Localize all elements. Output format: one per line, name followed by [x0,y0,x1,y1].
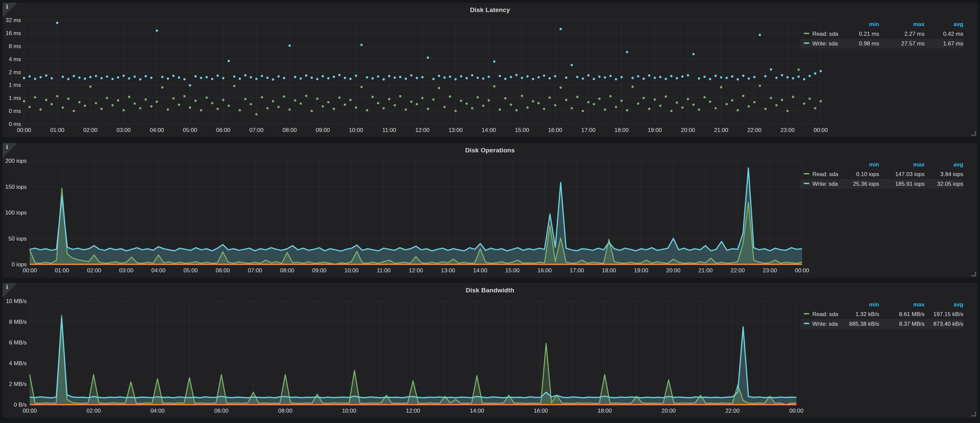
svg-text:50 iops: 50 iops [8,236,27,242]
legend-series-label: Write: sda [812,181,838,187]
resize-handle[interactable] [971,131,976,136]
write-series-swatch [804,42,810,44]
svg-text:4 MB/s: 4 MB/s [9,360,27,367]
svg-text:04:00: 04:00 [150,127,164,133]
svg-text:0 B/s: 0 B/s [14,402,27,408]
svg-text:22:00: 22:00 [730,267,745,274]
svg-text:16:00: 16:00 [534,408,548,414]
legend-avg-value: 32.05 iops [924,179,963,189]
svg-text:09:00: 09:00 [312,267,326,274]
svg-text:15:00: 15:00 [505,267,520,274]
legend-row-write[interactable]: Write: sda 25.36 iops 185.91 iops 32.05 … [800,179,963,189]
legend-header-min[interactable]: min [843,300,879,310]
svg-text:06:00: 06:00 [214,408,229,414]
legend: min max avg Read: sda 1.32 kB/s 8.61 MB/… [800,300,963,329]
panel-disk-bandwidth: i Disk Bandwidth 10 MB/s8 MB/s6 MB/s4 MB… [3,283,977,418]
legend-row-read[interactable]: Read: sda 0.21 ms 2.27 ms 0.42 ms [800,29,963,39]
legend-header-avg[interactable]: avg [924,19,963,29]
legend-header-min[interactable]: min [843,19,879,29]
svg-text:8 MB/s: 8 MB/s [9,319,27,325]
legend-series-label: Read: sda [812,311,838,318]
legend-min-value: 25.36 iops [843,179,879,189]
svg-text:08:00: 08:00 [280,267,294,274]
svg-text:11:00: 11:00 [382,127,396,133]
svg-text:200 iops: 200 iops [5,158,27,164]
svg-text:12:00: 12:00 [406,408,420,414]
legend-header-min[interactable]: min [843,160,879,169]
svg-text:00:00: 00:00 [23,408,37,414]
svg-text:10:00: 10:00 [342,408,356,414]
svg-text:00:00: 00:00 [789,408,804,414]
svg-text:16 ms: 16 ms [6,30,21,37]
svg-text:19:00: 19:00 [648,127,662,133]
legend-row-read[interactable]: Read: sda 0.10 iops 147.03 iops 3.84 iop… [800,169,963,179]
legend-avg-value: 873.40 kB/s [924,319,963,329]
svg-text:1 ms: 1 ms [9,95,21,101]
svg-text:22:00: 22:00 [725,408,740,414]
legend-header-max[interactable]: max [879,300,924,310]
svg-text:2 MB/s: 2 MB/s [9,381,27,387]
svg-text:18:00: 18:00 [598,408,612,414]
svg-text:04:00: 04:00 [150,408,165,414]
legend-header-avg[interactable]: avg [924,300,963,310]
read-series-swatch [804,173,810,174]
legend-row-read[interactable]: Read: sda 1.32 kB/s 8.61 MB/s 197.15 kB/… [800,310,963,319]
svg-text:4 ms: 4 ms [9,56,21,62]
legend-header-max[interactable]: max [879,160,924,169]
legend-min-value: 0.21 ms [843,29,879,39]
legend-avg-value: 3.84 iops [924,169,963,179]
svg-text:19:00: 19:00 [634,267,648,274]
svg-text:05:00: 05:00 [183,127,197,133]
legend-max-value: 2.27 ms [879,29,924,39]
svg-text:0 ms: 0 ms [9,121,21,127]
svg-text:14:00: 14:00 [473,267,487,274]
svg-text:01:00: 01:00 [50,127,64,133]
legend: min max avg Read: sda 0.10 iops 147.03 i… [800,160,963,189]
svg-text:0 iops: 0 iops [12,261,27,268]
svg-text:21:00: 21:00 [714,127,728,133]
svg-text:100 iops: 100 iops [5,209,27,216]
read-series-swatch [804,313,810,314]
svg-text:23:00: 23:00 [763,267,777,274]
legend-row-write[interactable]: Write: sda 685.38 kB/s 8.37 MB/s 873.40 … [800,319,963,329]
legend-header-avg[interactable]: avg [924,160,963,169]
write-series-swatch [804,323,810,324]
svg-text:06:00: 06:00 [216,267,230,274]
legend-row-write[interactable]: Write: sda 0.98 ms 27.57 ms 1.67 ms [800,39,963,48]
svg-text:14:00: 14:00 [482,127,496,133]
svg-text:02:00: 02:00 [87,267,101,274]
svg-text:07:00: 07:00 [250,127,264,133]
svg-text:10:00: 10:00 [344,267,359,274]
svg-text:150 iops: 150 iops [5,184,27,190]
svg-text:12:00: 12:00 [409,267,423,274]
svg-text:03:00: 03:00 [119,267,134,274]
legend-min-value: 1.32 kB/s [843,310,879,319]
resize-handle[interactable] [971,271,976,276]
legend-min-value: 0.98 ms [843,39,879,48]
svg-text:20:00: 20:00 [681,127,695,133]
legend-avg-value: 1.67 ms [924,39,963,48]
svg-text:05:00: 05:00 [184,267,198,274]
legend-series-label: Write: sda [812,321,838,327]
svg-text:00:00: 00:00 [23,267,37,274]
legend-header-row: min max avg [800,160,963,169]
panel-disk-operations: i Disk Operations 200 iops150 iops100 io… [3,143,977,278]
legend-max-value: 8.37 MB/s [879,319,924,329]
legend-max-value: 147.03 iops [879,169,924,179]
svg-text:18:00: 18:00 [602,267,616,274]
legend-max-value: 27.57 ms [879,39,924,48]
svg-text:15:00: 15:00 [515,127,529,133]
svg-text:00:00: 00:00 [795,267,810,274]
svg-text:01:00: 01:00 [55,267,69,274]
svg-text:09:00: 09:00 [315,127,330,133]
read-series-swatch [804,33,810,34]
svg-text:17:00: 17:00 [570,267,584,274]
resize-handle[interactable] [971,412,976,416]
legend-header-max[interactable]: max [879,19,924,29]
legend-header-row: min max avg [800,300,963,310]
svg-text:10 MB/s: 10 MB/s [6,298,27,304]
svg-text:8 ms: 8 ms [9,43,21,49]
svg-text:07:00: 07:00 [248,267,262,274]
legend: min max avg Read: sda 0.21 ms 2.27 ms 0.… [800,19,963,48]
svg-text:10:00: 10:00 [349,127,363,133]
